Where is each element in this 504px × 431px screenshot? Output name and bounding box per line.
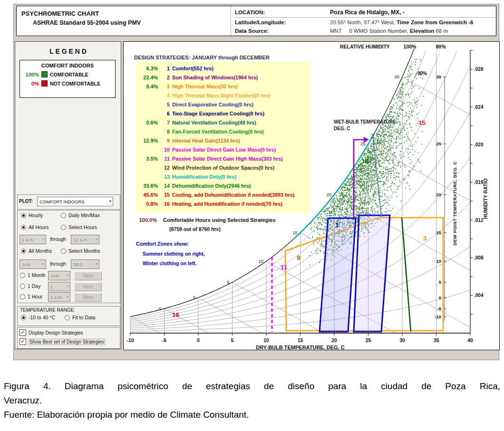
svg-text:DEW POINT TEMPERATURE, DEG. C: DEW POINT TEMPERATURE, DEG. C: [452, 161, 457, 246]
strategy-row: 8Fan-Forced Ventilation Cooling(0 hrs): [137, 127, 309, 136]
latlong-label: Latitude/Longitude:: [235, 18, 330, 27]
radio-all-hours[interactable]: All Hours: [21, 224, 49, 230]
strategy-percent: 22.4%: [137, 73, 158, 82]
single-hour-value: 1 a.m.: [50, 295, 63, 300]
chevron-down-icon: ▾: [42, 238, 44, 241]
radio-one-month-label: 1 Month: [28, 272, 46, 278]
radio-fit-to-data[interactable]: Fit to Data: [65, 315, 95, 320]
latlong-value-part: 20.55° North, 97.47° West,: [330, 19, 397, 25]
chart-title-block: PSYCHROMETRIC CHART ASHRAE Standard 55-2…: [17, 6, 231, 36]
chevron-down-icon: ▾: [42, 262, 44, 266]
total-text: Comfortable Hours using Selected Strateg…: [163, 217, 276, 223]
strategy-number: 15: [162, 191, 170, 200]
svg-text:-10: -10: [435, 314, 441, 319]
month-to-dropdown[interactable]: DEC ▾: [71, 259, 99, 269]
strategy-percent: 0.4%: [137, 82, 158, 91]
chart-header: PSYCHROMETRIC CHART ASHRAE Standard 55-2…: [16, 6, 496, 36]
svg-text:WET-BULB TEMPERATURE: WET-BULB TEMPERATURE: [334, 119, 396, 125]
radio-temp-range-fixed[interactable]: -10 to 40 °C: [21, 315, 55, 320]
strategy-percent: 3.5%: [137, 154, 158, 163]
strategy-name: Humidification Only(0 hrs): [172, 172, 236, 182]
single-hour-dropdown[interactable]: 1 a.m. ▾: [48, 292, 70, 302]
latlong-value: 20.55° North, 97.47° West, Time Zone fro…: [330, 18, 474, 27]
radio-circle-icon: [65, 315, 70, 320]
svg-text:16: 16: [172, 311, 180, 318]
svg-text:.012: .012: [474, 218, 484, 223]
strategy-percent: [137, 172, 158, 182]
svg-text:-10: -10: [126, 337, 134, 343]
caption-line-2: Veracruz.: [4, 393, 500, 408]
single-month-dropdown[interactable]: JAN ▾: [48, 271, 70, 280]
single-month-value: JAN: [50, 273, 59, 278]
radio-select-hours[interactable]: Select Hours: [61, 224, 97, 230]
display-design-strategies-label: Display Design Strategies: [29, 330, 83, 335]
radio-all-months[interactable]: All Months: [21, 248, 52, 254]
datasource-label: Data Source:: [235, 27, 330, 35]
month-from-dropdown[interactable]: JAN ▾: [19, 259, 46, 269]
radio-circle-icon: [61, 249, 66, 254]
svg-text:20: 20: [436, 192, 441, 197]
radio-temp-range-label: -10 to 40 °C: [29, 315, 55, 320]
hour-to-dropdown[interactable]: 12 a.m. ▾: [71, 235, 99, 244]
svg-text:14: 14: [361, 157, 369, 164]
svg-text:DEG. C: DEG. C: [334, 126, 350, 131]
radio-circle-icon: [20, 273, 25, 278]
latlong-row: Latitude/Longitude: 20.55° North, 97.47°…: [235, 18, 496, 27]
location-row: LOCATION: Poza Rica de Hidalgo, MX, -: [235, 8, 496, 18]
plot-dropdown[interactable]: COMFORT INDOORS ▾: [37, 197, 113, 206]
green-swatch-icon: [41, 71, 48, 77]
plot-label: PLOT:: [19, 199, 33, 204]
strategy-percent: [137, 127, 158, 136]
show-best-strategies-checkbox[interactable]: ✓ Show Best set of Design Strategies: [19, 338, 105, 345]
design-strategies-list: 6.3%1Comfort(552 hrs)22.4%2Sun Shading o…: [136, 62, 310, 213]
radio-one-month[interactable]: 1 Month: [20, 272, 46, 278]
strategy-name: Internal Heat Gain(1134 hrs): [172, 136, 240, 145]
svg-text:10: 10: [263, 337, 269, 343]
strategy-percent: [137, 163, 158, 172]
svg-text:0: 0: [193, 295, 195, 300]
month-from-value: JAN: [22, 262, 30, 267]
next-day-button[interactable]: Next: [74, 282, 102, 291]
strategy-number: 6: [162, 109, 170, 118]
radio-one-hour[interactable]: 1 Hour: [20, 294, 43, 299]
strategy-percent: 0.6%: [137, 118, 158, 127]
svg-text:10: 10: [258, 259, 263, 264]
legend-label: COMFORTABLE: [50, 72, 88, 77]
radio-hourly[interactable]: Hourly: [21, 212, 43, 218]
single-day-value: 1: [50, 284, 53, 289]
svg-text:40: 40: [467, 337, 473, 343]
legend-row-comfortable: 100% COMFORTABLE: [23, 71, 115, 77]
strategy-name: Passive Solar Direct Gain Low Mass(0 hrs…: [172, 145, 276, 154]
datasource-elevation-bold: Elevation: [410, 28, 434, 34]
svg-text:20: 20: [331, 337, 337, 343]
svg-text:9: 9: [297, 254, 300, 261]
next-month-button[interactable]: Next: [74, 271, 102, 280]
hour-from-dropdown[interactable]: 1 a.m. ▾: [19, 235, 46, 244]
svg-text:10: 10: [436, 259, 441, 264]
total-percent: 100.0%: [136, 217, 157, 223]
svg-text:0: 0: [439, 295, 441, 300]
location-label: LOCATION:: [235, 8, 330, 17]
strategy-row: 3.5%11Passive Solar Direct Gain High Mas…: [137, 154, 309, 163]
svg-text:25: 25: [366, 337, 371, 343]
radio-daily-minmax[interactable]: Daily Min/Max: [61, 212, 100, 218]
svg-text:30: 30: [436, 74, 441, 79]
hour-from-value: 1 a.m.: [22, 237, 34, 242]
chevron-down-icon: ▾: [109, 200, 111, 203]
radio-one-day[interactable]: 1 Day: [20, 283, 40, 289]
radio-daily-label: Daily Min/Max: [68, 212, 100, 218]
svg-text:.024: .024: [474, 105, 484, 110]
chevron-down-icon: ▾: [96, 238, 97, 241]
strategy-number: 12: [162, 163, 170, 172]
strategy-name: Two-Stage Evaporative Cooling(0 hrs): [172, 109, 264, 118]
next-hour-button[interactable]: Next: [74, 293, 102, 302]
strategy-number: 13: [162, 172, 170, 182]
single-day-dropdown[interactable]: 1 ▾: [48, 282, 70, 291]
display-design-strategies-checkbox[interactable]: ✓ Display Design Strategies: [19, 329, 83, 336]
comfort-legend-box: COMFORT INDOORS 100% COMFORTABLE 0% NOT …: [19, 60, 116, 98]
svg-text:-5: -5: [162, 337, 166, 343]
strategy-percent: [137, 145, 158, 154]
svg-text:.028: .028: [474, 67, 484, 72]
svg-text:0: 0: [197, 337, 200, 343]
radio-select-months[interactable]: Select Months: [61, 248, 100, 254]
